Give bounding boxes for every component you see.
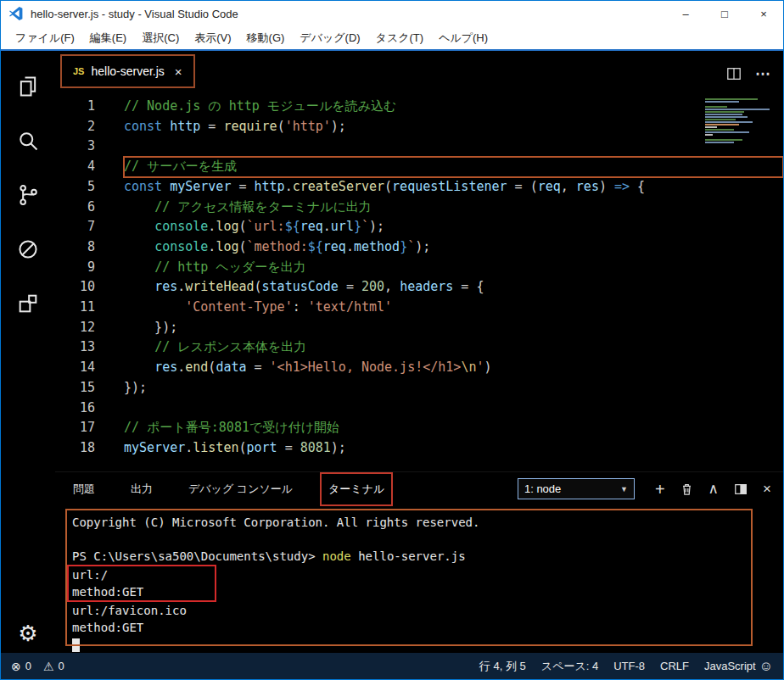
code-line: 9 // http ヘッダーを出力	[55, 258, 783, 278]
minimap[interactable]	[705, 98, 778, 144]
source-control-icon[interactable]	[1, 168, 55, 222]
code-segment: createServer	[293, 179, 384, 194]
code-segment: (	[238, 440, 246, 455]
titlebar: hello-server.js - study - Visual Studio …	[1, 1, 783, 26]
code-line: 6 // アクセス情報をターミナルに出力	[55, 198, 783, 218]
panel-tab-debug-console[interactable]: デバッグ コンソール	[188, 480, 294, 499]
status-bar: ⊗0⚠0 行 4, 列 5スペース: 4UTF-8CRLFJavaScript …	[1, 653, 783, 679]
panel-tab-problems[interactable]: 問題	[72, 480, 96, 499]
maximize-panel-icon[interactable]: ∧	[708, 482, 719, 496]
feedback-smiley-icon[interactable]: ☺	[759, 659, 773, 674]
status-warnings[interactable]: ⚠0	[43, 660, 64, 673]
menu-item-view[interactable]: 表示(V)	[187, 31, 238, 46]
debug-icon[interactable]	[1, 222, 55, 276]
line-number: 8	[55, 237, 95, 258]
tab-close-icon[interactable]: ×	[175, 64, 182, 79]
code-segment: }	[354, 219, 361, 234]
menu-item-help[interactable]: ヘルプ(H)	[431, 31, 496, 46]
terminal-select[interactable]: 1: node ▼	[518, 478, 635, 499]
minimap-line	[705, 131, 749, 133]
code-segment: (	[238, 239, 246, 254]
code-line: 8 console.log(`method:${req.method}`);	[55, 237, 783, 258]
menu-item-file[interactable]: ファイル(F)	[8, 31, 82, 46]
line-number: 14	[55, 358, 95, 378]
minimap-line	[705, 103, 708, 105]
explorer-icon[interactable]	[1, 59, 55, 114]
code-segment: writeHead	[185, 279, 254, 294]
minimap-line	[705, 134, 713, 136]
code-editor[interactable]: 1// Node.js の http モジュールを読み込む2const http…	[55, 93, 783, 471]
code-segment: }	[400, 239, 407, 254]
code-text: });	[124, 318, 783, 338]
kill-terminal-icon[interactable]	[680, 482, 693, 496]
code-segment: log	[216, 239, 238, 254]
terminal-line: PS C:\Users\sa500\Documents\study> node …	[72, 548, 783, 565]
line-number: 4	[55, 157, 95, 177]
code-segment: ,	[561, 179, 576, 194]
code-segment: req	[538, 179, 561, 194]
status-indentation[interactable]: スペース: 4	[541, 659, 598, 674]
code-segment: );	[331, 440, 346, 455]
status-cursor-position[interactable]: 行 4, 列 5	[479, 659, 526, 674]
extensions-icon[interactable]	[1, 276, 55, 331]
code-line: 17// ポート番号:8081で受け付け開始	[55, 418, 783, 438]
line-number: 16	[55, 399, 95, 419]
code-text: // レスポンス本体を出力	[124, 337, 783, 358]
code-segment: // ポート番号:8081で受け付け開始	[124, 420, 339, 435]
close-panel-icon[interactable]: ×	[763, 482, 771, 496]
panel-tab-terminal[interactable]: ターミナル	[328, 480, 385, 499]
menu-item-tasks[interactable]: タスク(T)	[368, 31, 432, 46]
status-encoding[interactable]: UTF-8	[613, 660, 645, 672]
code-line: 16	[55, 399, 783, 419]
code-text: myServer.listen(port = 8081);	[124, 438, 783, 459]
menu-item-selection[interactable]: 選択(C)	[134, 31, 187, 46]
code-segment: .	[285, 179, 293, 194]
menu-item-go[interactable]: 移動(G)	[239, 31, 293, 46]
minimap-line	[705, 114, 742, 115]
code-segment: Copyright (C) Microsoft Corporation. All…	[72, 516, 479, 529]
close-button[interactable]: ×	[744, 1, 783, 26]
panel-position-icon[interactable]	[734, 482, 748, 496]
code-segment: 'http'	[285, 119, 331, 134]
tab-bar: JS hello-server.js × ⋯	[55, 51, 783, 93]
code-segment: =	[277, 440, 300, 455]
status-language-mode[interactable]: JavaScript	[704, 660, 756, 672]
panel-tab-output[interactable]: 出力	[130, 480, 154, 499]
warnings-count: 0	[59, 660, 64, 672]
minimize-button[interactable]: –	[666, 1, 705, 26]
code-segment: data	[216, 360, 246, 375]
code-segment: log	[216, 219, 238, 234]
more-actions-icon[interactable]: ⋯	[755, 64, 771, 83]
code-segment: // サーバーを生成	[124, 159, 237, 174]
status-eol[interactable]: CRLF	[660, 660, 689, 672]
code-segment: (	[255, 279, 262, 294]
maximize-button[interactable]: □	[705, 1, 744, 26]
new-terminal-icon[interactable]: +	[655, 481, 665, 498]
line-number: 18	[55, 438, 95, 459]
minimap-line	[705, 101, 739, 103]
code-segment: method:GET	[72, 621, 143, 634]
split-editor-icon[interactable]	[726, 66, 742, 81]
status-errors[interactable]: ⊗0	[11, 660, 31, 673]
terminal-output[interactable]: Copyright (C) Microsoft Corporation. All…	[55, 505, 783, 653]
code-segment: // Node.js の http モジュールを読み込む	[124, 98, 396, 114]
code-segment: hello-server.js	[351, 549, 466, 563]
menu-item-edit[interactable]: 編集(E)	[82, 31, 134, 46]
code-text: // アクセス情報をターミナルに出力	[124, 198, 783, 218]
menu-item-debug[interactable]: デバッグ(D)	[292, 31, 367, 46]
minimap-line	[705, 142, 734, 143]
search-icon[interactable]	[1, 114, 55, 168]
settings-gear-icon[interactable]: ⚙	[18, 622, 37, 644]
code-segment: myServer	[124, 440, 185, 455]
code-segment: (	[238, 219, 246, 234]
code-segment: );	[369, 219, 384, 234]
code-segment	[124, 219, 154, 234]
window-controls: – □ ×	[666, 1, 783, 26]
code-segment	[124, 259, 154, 275]
vscode-logo-icon	[8, 6, 24, 21]
main-area: ⚙ JS hello-server.js × ⋯ 1// Node.js の h…	[1, 51, 783, 653]
code-segment: `	[407, 239, 415, 254]
terminal-line	[72, 636, 783, 653]
line-number: 15	[55, 378, 95, 399]
tab-hello-server-js[interactable]: JS hello-server.js ×	[60, 54, 195, 88]
